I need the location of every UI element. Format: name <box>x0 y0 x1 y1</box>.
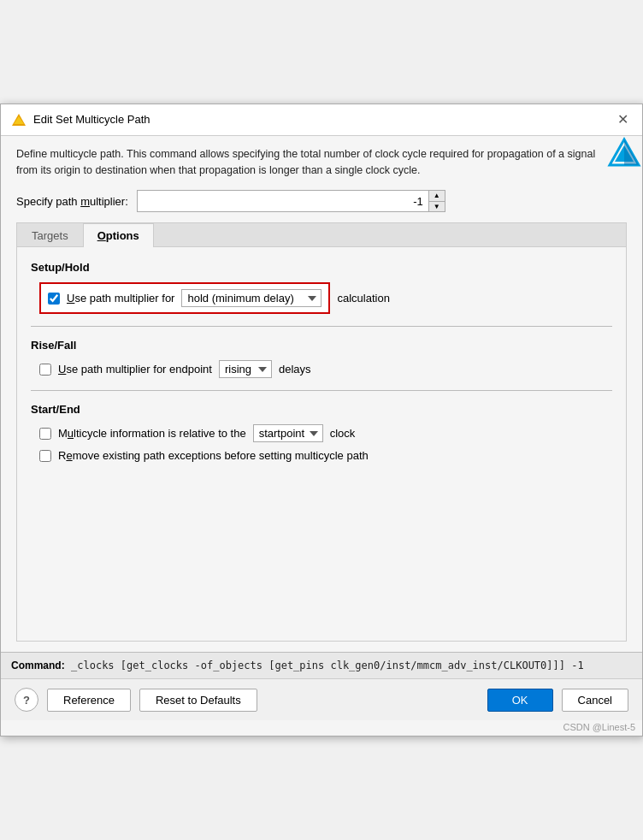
use-path-multiplier-row: Use path multiplier for hold (minimum de… <box>39 282 612 314</box>
hold-dropdown[interactable]: hold (minimum delay) setup (maximum dela… <box>181 289 322 307</box>
spinner-up-button[interactable]: ▲ <box>429 191 445 201</box>
tab-options[interactable]: Options <box>83 223 154 247</box>
dialog-description: Define multicycle path. This command all… <box>16 146 598 179</box>
path-multiplier-row: Specify path multiplier: -1 ▲ ▼ <box>16 190 627 212</box>
tabs-container: Targets Options Setup/Hold Use path mult… <box>16 222 627 642</box>
ok-button[interactable]: OK <box>487 689 553 712</box>
spinner-buttons: ▲ ▼ <box>428 191 445 211</box>
close-button[interactable]: ✕ <box>614 111 632 128</box>
delays-label: delays <box>279 363 311 376</box>
tab-header: Targets Options <box>17 223 626 247</box>
app-icon <box>11 112 27 127</box>
rise-fall-row: Use path multiplier for endpoint rising … <box>39 360 612 378</box>
section-divider-1 <box>31 326 612 327</box>
title-bar: Edit Set Multicycle Path ✕ <box>1 104 642 136</box>
title-bar-left: Edit Set Multicycle Path <box>11 112 150 127</box>
use-path-multiplier-endpoint-checkbox[interactable] <box>39 364 51 376</box>
start-end-title: Start/End <box>31 403 612 416</box>
clock-label: clock <box>330 427 356 440</box>
tab-content-options: Setup/Hold Use path multiplier for hold … <box>17 247 626 641</box>
multicycle-info-row: Multicycle information is relative to th… <box>39 424 612 442</box>
footer-right: OK Cancel <box>487 689 628 712</box>
use-path-multiplier-inner: Use path multiplier for hold (minimum de… <box>39 282 330 314</box>
path-multiplier-spinner: -1 ▲ ▼ <box>137 190 445 212</box>
dialog-title: Edit Set Multicycle Path <box>33 113 150 126</box>
setup-hold-title: Setup/Hold <box>31 261 612 274</box>
tab-targets[interactable]: Targets <box>17 223 83 247</box>
footer: ? Reference Reset to Defaults OK Cancel <box>1 678 642 720</box>
cancel-button[interactable]: Cancel <box>562 689 628 712</box>
startpoint-dropdown[interactable]: startpoint endpoint <box>253 424 323 442</box>
dialog: Edit Set Multicycle Path ✕ Define multic… <box>0 104 643 737</box>
use-path-multiplier-checkbox[interactable] <box>48 293 60 305</box>
command-label: Command: <box>11 660 65 671</box>
path-multiplier-label: Specify path multiplier: <box>16 195 128 208</box>
dialog-body: Define multicycle path. This command all… <box>1 136 642 653</box>
reset-defaults-button[interactable]: Reset to Defaults <box>139 689 257 712</box>
section-divider-2 <box>31 390 612 391</box>
multicycle-info-label: Multicycle information is relative to th… <box>58 427 246 440</box>
footer-left: ? Reference Reset to Defaults <box>15 688 479 712</box>
use-path-multiplier-label: Use path multiplier for <box>67 292 174 305</box>
rising-dropdown[interactable]: rising falling <box>219 360 272 378</box>
command-value: _clocks [get_clocks -of_objects [get_pin… <box>71 660 584 671</box>
calculation-label: calculation <box>337 292 389 305</box>
path-multiplier-input[interactable]: -1 <box>138 192 428 210</box>
multicycle-info-checkbox[interactable] <box>39 428 51 440</box>
reference-button[interactable]: Reference <box>47 689 131 712</box>
command-bar: Command: _clocks [get_clocks -of_objects… <box>1 652 642 678</box>
xilinx-logo <box>606 136 642 172</box>
rise-fall-title: Rise/Fall <box>31 339 612 352</box>
watermark: CSDN @Linest-5 <box>1 720 642 736</box>
use-path-multiplier-endpoint-label: Use path multiplier for endpoint <box>58 363 212 376</box>
remove-existing-label: Remove existing path exceptions before s… <box>58 449 369 462</box>
logo-area <box>606 136 642 175</box>
remove-existing-checkbox[interactable] <box>39 450 51 462</box>
spinner-down-button[interactable]: ▼ <box>429 201 445 211</box>
remove-existing-row: Remove existing path exceptions before s… <box>39 449 612 462</box>
help-button[interactable]: ? <box>15 688 38 712</box>
